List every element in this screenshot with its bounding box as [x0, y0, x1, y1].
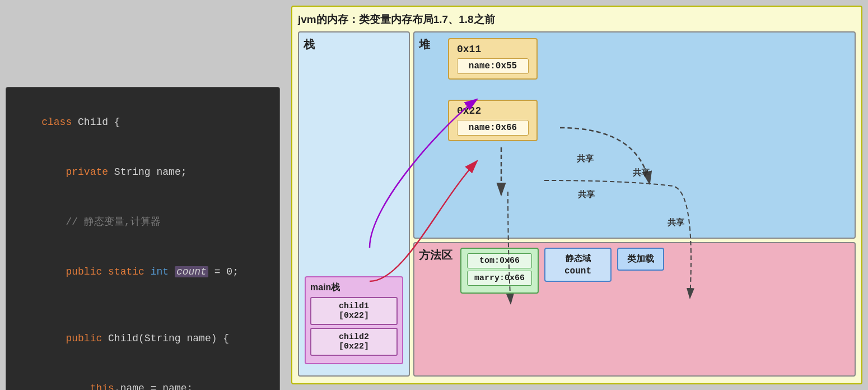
- heap-section: 堆 0x11 name:0x55 0x22 name:0x66 共享: [413, 31, 856, 239]
- code-panel: class Child { private String name; // 静态…: [6, 87, 280, 390]
- code-line-4: public static int count = 0;: [17, 247, 268, 297]
- count-highlight: count: [175, 266, 208, 277]
- stack-label: 栈: [304, 37, 404, 52]
- code-line-7: this.name = name;: [17, 364, 268, 390]
- method-area-label: 方法区: [419, 248, 452, 263]
- method-string-marry: marry:0x66: [467, 271, 532, 286]
- method-section: 方法区 tom:0x66 marry:0x66 静态域 count 类加载: [413, 242, 856, 377]
- main-stack-box: main栈 child1[0x22] child2[0x22]: [305, 276, 403, 364]
- heap-obj-0x22-field: name:0x66: [457, 120, 529, 136]
- code-line-3: // 静态变量,计算器: [17, 197, 268, 247]
- class-load-label: 类加载: [627, 253, 654, 265]
- code-line-1: class Child {: [17, 97, 268, 147]
- static-domain-box: 静态域 count: [544, 248, 612, 282]
- static-domain-count: count: [553, 266, 603, 276]
- method-string-tom: tom:0x66: [467, 253, 532, 268]
- right-section: 堆 0x11 name:0x55 0x22 name:0x66 共享: [413, 31, 856, 377]
- code-line-6: public Child(String name) {: [17, 314, 268, 364]
- stack-var-child2: child2[0x22]: [310, 328, 398, 356]
- stack-section: 栈 main栈 child1[0x22] child2[0x22]: [298, 31, 410, 377]
- diagram-title: jvm的内存：类变量内存布局1.7、1.8之前: [298, 12, 856, 27]
- heap-obj-0x22-title: 0x22: [457, 105, 529, 117]
- heap-obj-0x22: 0x22 name:0x66: [448, 100, 538, 141]
- svg-text:共享: 共享: [577, 154, 594, 163]
- main-stack-label: main栈: [310, 282, 398, 294]
- method-content: tom:0x66 marry:0x66 静态域 count 类加载: [460, 248, 850, 371]
- method-strings-box: tom:0x66 marry:0x66: [460, 248, 539, 294]
- diagram-area: jvm的内存：类变量内存布局1.7、1.8之前 栈 main栈 child1[0…: [291, 6, 862, 384]
- stack-var-child1: child1[0x22]: [310, 297, 398, 325]
- heap-obj-0x11: 0x11 name:0x55: [448, 38, 538, 80]
- heap-obj-0x11-title: 0x11: [457, 44, 529, 55]
- diagram-body: 栈 main栈 child1[0x22] child2[0x22] 堆 0x11…: [298, 31, 856, 377]
- heap-obj-0x11-field: name:0x55: [457, 58, 529, 74]
- code-line-5: [17, 297, 268, 314]
- svg-text:共享: 共享: [633, 168, 650, 177]
- class-load-box: 类加载: [617, 248, 664, 271]
- code-line-2: private String name;: [17, 147, 268, 197]
- static-domain-title: 静态域: [553, 253, 603, 264]
